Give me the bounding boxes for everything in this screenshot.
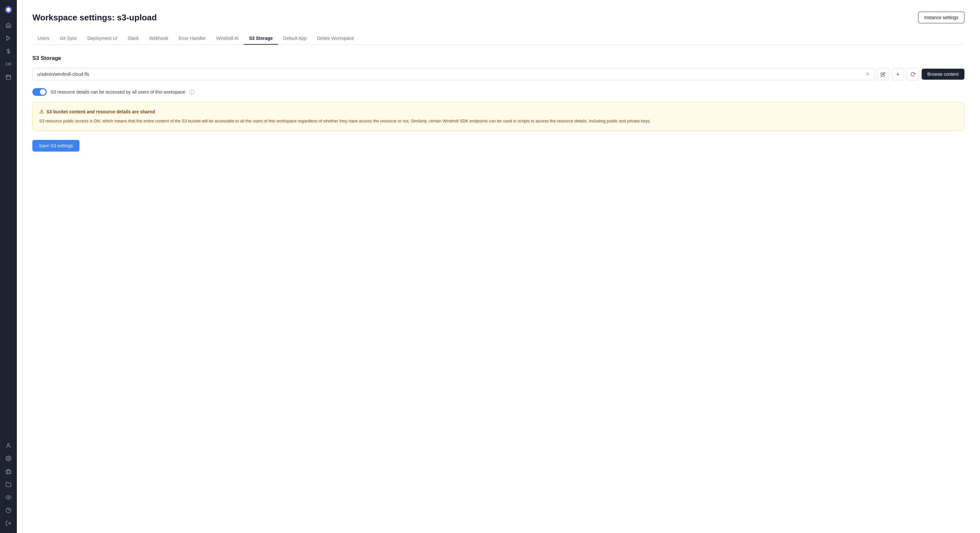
add-button[interactable] [892,68,904,80]
resource-row: ✕ Browse content [32,68,964,80]
toggle-label: S3 resource details can be accessed by a… [51,89,185,95]
sidebar-help[interactable] [3,504,14,516]
tab-default-app[interactable]: Default App [278,32,312,45]
tab-s3-storage[interactable]: S3 Storage [244,32,278,45]
warning-icon: ⚠ [39,108,44,115]
warning-text: S3 resource public access is ON, which m… [39,118,958,125]
logo [3,4,14,16]
warning-title-text: S3 bucket content and resource details a… [46,109,155,114]
warning-title: ⚠ S3 bucket content and resource details… [39,108,958,115]
tab-windmill-ai[interactable]: Windmill AI [211,32,244,45]
sidebar-eye[interactable] [3,492,14,503]
sidebar-logout[interactable] [3,517,14,529]
info-icon[interactable]: i [189,89,194,95]
resource-input-wrapper: ✕ [32,68,874,80]
tab-delete-workspace[interactable]: Delete Workspace [312,32,359,45]
tab-error-handler[interactable]: Error Handler [173,32,211,45]
svg-point-7 [8,443,10,445]
svg-marker-0 [7,36,10,40]
page-header: Workspace settings: s3-upload Instance s… [32,12,964,23]
public-access-toggle[interactable] [32,88,47,96]
browse-content-button[interactable]: Browse content [922,69,965,80]
refresh-button[interactable] [907,68,919,80]
tab-webhook[interactable]: Webhook [144,32,173,45]
svg-point-10 [8,497,10,498]
sidebar-flows[interactable] [3,32,14,44]
sidebar-integrations[interactable] [3,466,14,477]
tab-users[interactable]: Users [32,32,55,45]
instance-settings-button[interactable]: Instance settings [918,12,964,23]
warning-box: ⚠ S3 bucket content and resource details… [32,102,964,131]
tabs: Users Git Sync Deployment UI Slack Webho… [32,32,964,45]
sidebar-calendar[interactable] [3,71,14,83]
svg-rect-9 [6,470,11,474]
svg-point-2 [8,63,10,65]
svg-rect-3 [6,75,11,80]
resource-input[interactable] [32,68,874,80]
toggle-row: S3 resource details can be accessed by a… [32,88,964,96]
section-title: S3 Storage [32,55,964,62]
edit-button[interactable] [877,68,889,80]
page-title: Workspace settings: s3-upload [32,13,157,23]
clear-button[interactable]: ✕ [864,71,871,78]
sidebar-resources[interactable] [3,58,14,70]
svg-point-8 [8,458,10,460]
sidebar-home[interactable] [3,19,14,31]
save-s3-settings-button[interactable]: Save S3 settings [32,140,80,152]
sidebar-users[interactable] [3,440,14,451]
sidebar-settings[interactable] [3,453,14,464]
main-content: Workspace settings: s3-upload Instance s… [17,0,980,533]
sidebar [0,0,17,533]
sidebar-folder[interactable] [3,479,14,490]
tab-git-sync[interactable]: Git Sync [55,32,82,45]
tab-deployment-ui[interactable]: Deployment UI [82,32,123,45]
sidebar-billing[interactable] [3,45,14,57]
tab-slack[interactable]: Slack [123,32,144,45]
